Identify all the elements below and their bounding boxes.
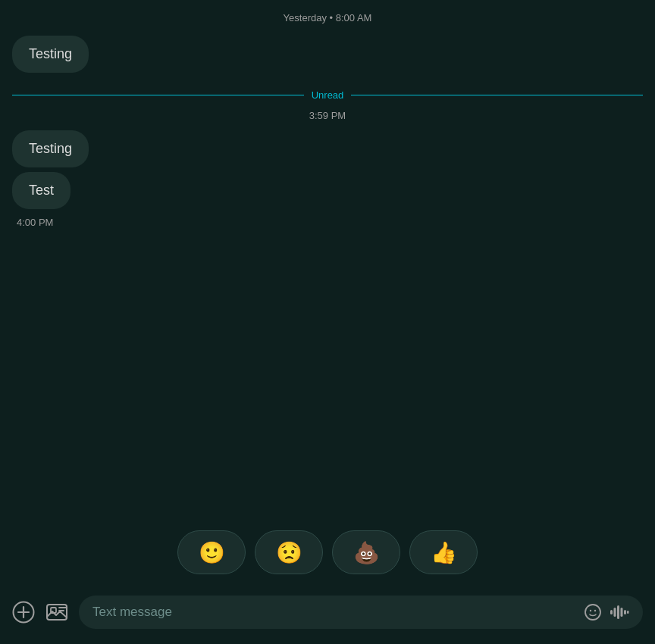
- emoji-button-thumbsup[interactable]: 👍: [409, 530, 478, 574]
- unread-label: Unread: [312, 89, 344, 101]
- svg-point-7: [594, 610, 596, 611]
- emoji-sad: 😟: [276, 540, 302, 565]
- svg-rect-10: [617, 605, 619, 619]
- media-icon[interactable]: [45, 601, 68, 624]
- svg-rect-3: [47, 605, 67, 620]
- text-input-placeholder[interactable]: Text message: [92, 605, 576, 620]
- message-row: Testing: [0, 36, 655, 73]
- emoji-button-sad[interactable]: 😟: [255, 530, 323, 574]
- message-row-2: Testing: [0, 130, 655, 167]
- emoji-poop: 💩: [353, 540, 380, 565]
- emoji-button-poop[interactable]: 💩: [332, 530, 400, 574]
- svg-rect-11: [621, 608, 623, 617]
- message-bubble-2: Testing: [12, 130, 89, 167]
- svg-point-6: [590, 610, 591, 611]
- svg-rect-13: [627, 611, 629, 614]
- emoji-smile: 🙂: [199, 540, 225, 565]
- input-row: Text message: [0, 589, 655, 644]
- svg-rect-12: [624, 610, 626, 614]
- chat-area: Yesterday • 8:00 AM Testing Unread 3:59 …: [0, 0, 655, 589]
- add-icon[interactable]: [12, 601, 35, 624]
- message-bubble-1: Testing: [12, 36, 89, 73]
- message-bubble-3: Test: [12, 172, 71, 209]
- voice-icon[interactable]: [610, 603, 629, 621]
- emoji-picker-icon[interactable]: [584, 603, 602, 621]
- message-row-3: Test: [0, 172, 655, 209]
- timestamp-400pm: 4:00 PM: [0, 214, 655, 228]
- emoji-thumbsup: 👍: [431, 540, 457, 565]
- text-input-container[interactable]: Text message: [79, 596, 643, 629]
- svg-rect-9: [614, 608, 616, 617]
- timestamp-359pm: 3:59 PM: [0, 110, 655, 121]
- timestamp-yesterday: Yesterday • 8:00 AM: [0, 12, 655, 23]
- svg-point-5: [585, 605, 600, 620]
- emoji-button-smile[interactable]: 🙂: [177, 530, 246, 574]
- unread-line-left: [12, 95, 304, 96]
- unread-divider: Unread: [0, 89, 655, 101]
- emoji-reactions-row: 🙂 😟 💩 👍: [0, 521, 655, 583]
- svg-rect-8: [610, 610, 613, 614]
- unread-line-right: [351, 95, 643, 96]
